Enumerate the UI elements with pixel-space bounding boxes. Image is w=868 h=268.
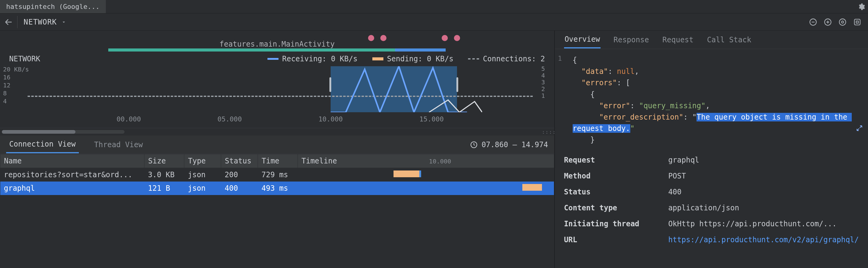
prop-key-status: Status [564,188,668,196]
timeline-tick: 10.000 [429,158,451,165]
toolbar: NETWORK [0,13,868,31]
requests-table: Name Size Type Status Time Timeline10.00… [0,154,554,195]
svg-point-3 [842,21,844,23]
details-pane: Overview Response Request Call Stack 1 {… [555,31,868,268]
breadcrumb[interactable]: NETWORK [18,18,73,26]
chart-title: NETWORK [9,55,40,63]
request-timeline-bar [394,170,421,177]
svg-rect-5 [856,21,859,23]
sending-swatch-icon [372,57,383,60]
receiving-swatch-icon [268,58,279,60]
timeline-scrollbar-row: :::: [0,128,554,136]
zoom-out-button[interactable] [808,17,818,27]
breadcrumb-label: NETWORK [24,18,57,26]
left-pane: features.main.MainActivity NETWORK Recei… [0,31,555,268]
event-dot-icon [368,35,374,41]
thread-lifecycle-bar [108,48,446,52]
col-timeline[interactable]: Timeline10.000 [298,154,554,168]
y-axis-right: 54321 [541,65,545,99]
event-dot-icon [380,35,386,41]
back-button[interactable] [0,13,17,31]
col-size[interactable]: Size [145,154,184,168]
legend-connections: Connections: 2 [483,55,545,63]
scrollbar-thumb[interactable] [2,130,75,134]
editor-tab[interactable]: hatsupintech (Google... [0,0,106,13]
reset-zoom-icon [838,18,847,26]
col-time[interactable]: Time [258,154,298,168]
plus-circle-icon [824,18,832,26]
legend-receiving: Receiving: 0 KB/s [282,55,358,63]
tab-strip: hatsupintech (Google... [0,0,868,13]
tab-response[interactable]: Response [613,32,650,48]
prop-key-thread: Initiating thread [564,220,668,228]
tab-connection-view[interactable]: Connection View [6,136,79,153]
zoom-reset-button[interactable] [837,17,848,27]
request-timeline-bar [522,184,542,191]
time-range-text: 07.860 — 14.974 [482,140,548,149]
request-properties: Requestgraphql MethodPOST Status400 Cont… [555,150,868,249]
view-tabs: Connection View Thread View 07.860 — 14.… [0,136,554,154]
line-number: 1 [558,55,562,62]
prop-key-method: Method [564,172,668,180]
expand-button[interactable] [856,125,863,132]
table-row[interactable]: graphql 121 B json 400 493 ms [0,181,554,195]
legend-sending: Sending: 0 KB/s [387,55,454,63]
x-axis: 00.00005.00010.00015.000 [28,115,533,123]
prop-key-url: URL [564,235,668,244]
time-range-display: 07.860 — 14.974 [470,140,548,149]
editor-tab-label: hatsupintech (Google... [6,3,100,10]
network-chart[interactable]: NETWORK Receiving: 0 KB/s Sending: 0 KB/… [0,52,554,128]
connections-swatch-icon [468,58,479,60]
thread-row: features.main.MainActivity [0,31,554,52]
prop-key-request: Request [564,156,668,164]
thread-title: features.main.MainActivity [219,40,335,48]
expand-icon [856,125,863,132]
gear-icon [857,3,865,11]
tab-thread-view[interactable]: Thread View [91,137,146,153]
col-type[interactable]: Type [184,154,221,168]
y-axis-left: 20 KB/s161284 [3,66,29,105]
response-body-preview[interactable]: 1 { "data": null, "errors": [ { "error":… [555,49,868,150]
back-arrow-icon [4,18,13,27]
receiving-sparkline-icon [331,66,482,112]
chevron-down-icon [61,19,67,25]
prop-val-url[interactable]: https://api.producthunt.com/v2/api/graph… [668,235,859,244]
clock-icon [470,141,478,149]
event-dot-icon [442,35,448,41]
table-header-row: Name Size Type Status Time Timeline10.00… [0,154,554,168]
prop-val-status: 400 [668,188,682,196]
table-row[interactable]: repositories?sort=star&ord... 3.0 KB jso… [0,168,554,182]
col-status[interactable]: Status [221,154,258,168]
settings-button[interactable] [855,0,868,13]
chart-plot-area[interactable] [28,66,533,112]
prop-val-request: graphql [668,156,699,164]
svg-rect-4 [855,19,860,25]
svg-point-2 [839,19,846,25]
minus-circle-icon [809,18,817,26]
prop-val-method: POST [668,172,686,180]
prop-val-thread: OkHttp https://api.producthunt.com/... [668,220,837,228]
col-name[interactable]: Name [0,154,145,168]
zoom-in-button[interactable] [823,17,833,27]
tab-request[interactable]: Request [662,32,694,48]
resize-grip-icon[interactable]: :::: [542,129,554,135]
tab-overview[interactable]: Overview [564,31,601,48]
prop-val-ctype: application/json [668,204,739,212]
event-dot-icon [454,35,460,41]
chart-legend: Receiving: 0 KB/s Sending: 0 KB/s Connec… [268,55,545,63]
prop-key-ctype: Content type [564,204,668,212]
fit-selection-icon [853,18,862,26]
tab-callstack[interactable]: Call Stack [706,32,752,48]
horizontal-scrollbar[interactable] [2,130,125,134]
details-tabs: Overview Response Request Call Stack [555,31,868,49]
zoom-selection-button[interactable] [852,17,863,27]
